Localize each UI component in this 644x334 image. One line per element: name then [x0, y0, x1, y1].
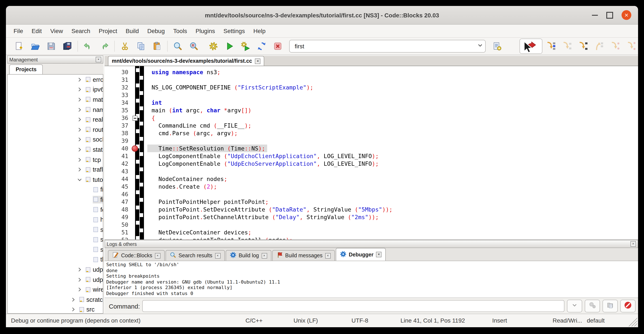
line-number[interactable]: 31 — [104, 76, 132, 84]
line-number[interactable]: 45 — [104, 183, 132, 190]
clear-log-button[interactable] — [620, 300, 636, 312]
breakpoint-margin[interactable] — [132, 175, 138, 183]
close-icon[interactable]: × — [630, 241, 636, 247]
menu-item-plugins[interactable]: Plugins — [192, 28, 219, 34]
copy-icon[interactable] — [135, 40, 147, 53]
breakpoint-margin[interactable] — [132, 99, 138, 106]
paste-icon[interactable] — [151, 40, 164, 53]
tree-item-body[interactable]: sock — [85, 136, 103, 143]
tree-item-stat[interactable]: stat — [8, 145, 103, 155]
tree-item-body[interactable]: tcp — [85, 156, 102, 163]
chevron-right-icon[interactable] — [78, 107, 82, 112]
close-icon[interactable]: × — [262, 253, 267, 258]
line-number[interactable]: 49 — [104, 213, 132, 221]
breakpoint-margin[interactable] — [132, 129, 138, 137]
breakpoint-margin[interactable] — [132, 221, 138, 228]
tree-item-se[interactable]: se — [8, 225, 103, 235]
menu-item-search[interactable]: Search — [67, 28, 95, 34]
line-number[interactable]: 32 — [104, 84, 132, 91]
menu-item-edit[interactable]: Edit — [27, 28, 46, 34]
redo-icon[interactable] — [98, 40, 110, 53]
log-tab-build-messages[interactable]: Build messages× — [272, 250, 335, 261]
tree-item-rout[interactable]: rout — [8, 125, 103, 135]
tree-item-udp[interactable]: udp — [8, 265, 103, 275]
tree-item-sock[interactable]: sock — [8, 135, 103, 145]
step-into-instruction-icon[interactable] — [624, 40, 637, 53]
log-tab-build-log[interactable]: Build log× — [226, 250, 271, 261]
run-to-cursor-icon[interactable] — [544, 40, 557, 53]
chevron-right-icon[interactable] — [78, 128, 82, 132]
tree-item-fir[interactable]: fir — [8, 195, 103, 204]
projects-tree[interactable]: erroipv6matnamreallroutsockstattcptraflt… — [7, 74, 103, 314]
line-number[interactable]: 41 — [104, 152, 132, 160]
cut-icon[interactable] — [118, 40, 131, 53]
run-icon[interactable] — [223, 40, 236, 53]
menu-item-view[interactable]: View — [46, 28, 67, 34]
close-icon[interactable]: × — [155, 253, 160, 258]
line-number[interactable]: 47 — [104, 198, 132, 206]
tree-item-body[interactable]: six — [93, 246, 103, 253]
line-number[interactable]: 37 — [104, 122, 132, 129]
chevron-right-icon[interactable] — [78, 157, 82, 162]
tree-item-body[interactable]: stat — [85, 146, 103, 153]
build-and-run-icon[interactable] — [239, 40, 252, 53]
line-number[interactable]: 40 — [104, 145, 132, 152]
line-number[interactable]: 48 — [104, 206, 132, 213]
find-icon[interactable] — [172, 40, 184, 53]
breakpoint-margin[interactable] — [132, 190, 138, 198]
step-into-icon[interactable] — [576, 40, 589, 53]
tree-item-tcp[interactable]: tcp — [8, 155, 103, 165]
breakpoint-margin[interactable] — [132, 198, 138, 206]
fold-collapse-icon[interactable] — [132, 116, 138, 121]
chevron-right-icon[interactable] — [78, 148, 82, 152]
tree-item-reall[interactable]: reall — [8, 115, 103, 125]
tree-item-body[interactable]: he — [93, 216, 103, 223]
build-icon[interactable] — [207, 40, 220, 53]
close-icon[interactable]: × — [255, 58, 260, 64]
maximize-icon[interactable] — [606, 12, 613, 19]
chevron-right-icon[interactable] — [71, 297, 75, 302]
command-input[interactable] — [142, 300, 564, 312]
titlebar[interactable]: mnt/dev/tools/source/ns-3-dev/examples/t… — [6, 6, 638, 25]
command-history-button[interactable] — [567, 300, 582, 312]
tree-item-fif[interactable]: fif — [8, 185, 103, 195]
breakpoint-margin[interactable] — [132, 206, 138, 213]
save-all-icon[interactable] — [61, 40, 74, 53]
tree-item-fo[interactable]: fo — [8, 204, 103, 214]
chevron-down-icon[interactable] — [477, 42, 484, 51]
tree-item-body[interactable]: src — [79, 306, 96, 313]
tree-item-ipv6[interactable]: ipv6 — [8, 85, 103, 95]
debug-continue-icon[interactable] — [520, 39, 542, 54]
line-number[interactable]: 50 — [104, 221, 132, 228]
line-number[interactable]: 34 — [104, 99, 132, 106]
line-number[interactable]: 38 — [104, 129, 132, 137]
chevron-right-icon[interactable] — [78, 167, 82, 172]
code-editor[interactable]: 30using namespace ns3;3132NS_LOG_COMPONE… — [104, 66, 638, 240]
tree-item-body[interactable]: reall — [85, 116, 103, 123]
tree-item-body[interactable]: ipv6 — [85, 86, 103, 94]
tree-item-th[interactable]: th — [8, 254, 103, 264]
tree-item-body[interactable]: fir — [93, 196, 103, 203]
tree-item-src[interactable]: src — [8, 304, 103, 314]
chevron-right-icon[interactable] — [78, 88, 82, 92]
breakpoint-margin[interactable] — [132, 228, 138, 236]
breakpoint-margin[interactable] — [132, 106, 138, 114]
tree-item-tuto[interactable]: tuto — [8, 175, 103, 185]
tree-item-body[interactable]: tuto — [85, 176, 103, 183]
log-tab-code-blocks[interactable]: Code::Blocks× — [108, 250, 164, 261]
tree-item-body[interactable]: erro — [85, 76, 103, 84]
open-file-icon[interactable] — [29, 40, 42, 53]
editor-tab-first-cc[interactable]: mnt/dev/tools/source/ns-3-dev/examples/t… — [108, 56, 264, 66]
chevron-right-icon[interactable] — [71, 307, 75, 312]
chevron-right-icon[interactable] — [78, 117, 82, 122]
breakpoint-margin[interactable] — [132, 137, 138, 145]
tree-item-body[interactable]: th — [93, 256, 103, 263]
menu-item-debug[interactable]: Debug — [143, 28, 169, 34]
menu-item-file[interactable]: File — [9, 28, 27, 34]
log-tab-search-results[interactable]: Search results× — [165, 250, 224, 261]
chevron-right-icon[interactable] — [78, 98, 82, 102]
line-number[interactable]: 39 — [104, 137, 132, 145]
breakpoint-margin[interactable] — [132, 145, 138, 152]
line-number[interactable]: 44 — [104, 175, 132, 183]
close-icon[interactable]: × — [215, 253, 220, 258]
